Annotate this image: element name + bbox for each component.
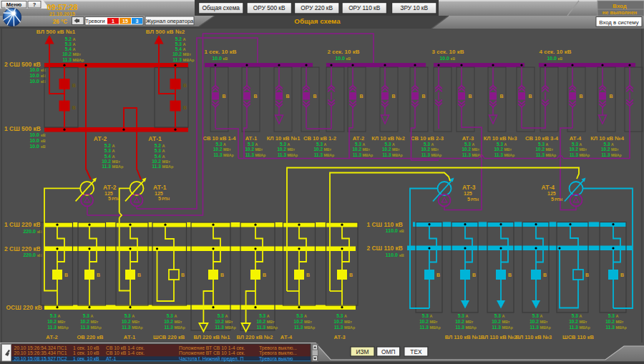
svg-text:11.3: 11.3 bbox=[152, 164, 162, 169]
svg-text:5.3: 5.3 bbox=[532, 313, 539, 318]
svg-text:ИЗМ: ИЗМ bbox=[356, 348, 369, 355]
svg-text:11.3: 11.3 bbox=[570, 325, 579, 330]
svg-text:ВЛ 500 кВ №2: ВЛ 500 кВ №2 bbox=[146, 29, 185, 35]
svg-text:А: А bbox=[175, 314, 177, 318]
svg-text:КЛ 10 кВ №4: КЛ 10 кВ №4 bbox=[590, 135, 624, 142]
svg-text:5.3: 5.3 bbox=[296, 313, 303, 318]
svg-text:10.2: 10.2 bbox=[601, 147, 610, 152]
svg-text:МВт: МВт bbox=[502, 320, 510, 324]
svg-text:10.0: 10.0 bbox=[212, 56, 222, 61]
svg-text:В: В bbox=[543, 272, 547, 277]
svg-text:5: 5 bbox=[551, 197, 554, 202]
svg-text:3 сек. 10 кВ: 3 сек. 10 кВ bbox=[432, 49, 464, 55]
svg-text:5.3: 5.3 bbox=[604, 142, 610, 147]
svg-text:2 сек. 10 кВ: 2 сек. 10 кВ bbox=[328, 49, 360, 55]
svg-text:В: В bbox=[422, 94, 426, 99]
svg-text:5.3: 5.3 bbox=[538, 142, 545, 147]
svg-text:МВт: МВт bbox=[580, 147, 587, 152]
svg-text:кВ: кВ bbox=[558, 56, 563, 61]
svg-text:5.3: 5.3 bbox=[104, 148, 111, 153]
svg-text:11.3: 11.3 bbox=[245, 152, 255, 157]
svg-text:10.2: 10.2 bbox=[122, 319, 131, 324]
svg-text:11.3: 11.3 bbox=[215, 325, 225, 330]
svg-text:В: В bbox=[313, 94, 317, 99]
svg-text:11.3: 11.3 bbox=[257, 325, 266, 330]
svg-text:МВАр: МВАр bbox=[225, 325, 237, 330]
svg-text:РПН: РПН bbox=[112, 197, 119, 201]
svg-text:ОРУ 220 кВ: ОРУ 220 кВ bbox=[301, 4, 333, 11]
svg-text:МВт: МВт bbox=[430, 320, 438, 324]
svg-text:ОМП: ОМП bbox=[381, 348, 395, 355]
svg-text:11.3: 11.3 bbox=[353, 152, 362, 157]
svg-text:СВ 10 кВ 1-4 сек.: СВ 10 кВ 1-4 сек. bbox=[106, 345, 145, 350]
svg-text:В: В bbox=[469, 94, 472, 99]
svg-text:20.10 15:08:15.927 ПС2: 20.10 15:08:15.927 ПС2 bbox=[14, 356, 67, 361]
svg-text:МВАр: МВАр bbox=[112, 164, 124, 169]
svg-text:МВАр: МВАр bbox=[392, 153, 403, 157]
svg-text:11.3: 11.3 bbox=[278, 152, 287, 157]
svg-text:МВт: МВт bbox=[344, 320, 352, 324]
svg-text:АТ-1: АТ-1 bbox=[106, 356, 116, 361]
svg-text:А: А bbox=[132, 314, 135, 318]
svg-text:РПН: РПН bbox=[162, 197, 170, 201]
svg-text:ОСШ 220 кВ: ОСШ 220 кВ bbox=[6, 304, 42, 311]
svg-text:МВАр: МВАр bbox=[132, 325, 143, 330]
svg-text:10.2: 10.2 bbox=[419, 319, 429, 324]
svg-text:МВт: МВт bbox=[304, 320, 312, 324]
svg-text:А: А bbox=[112, 149, 115, 153]
svg-text:кВ: кВ bbox=[41, 144, 46, 149]
svg-text:В: В bbox=[183, 105, 187, 110]
svg-text:АТ-1: АТ-1 bbox=[153, 184, 167, 191]
svg-text:11.3: 11.3 bbox=[102, 164, 112, 169]
svg-text:10.2: 10.2 bbox=[605, 319, 615, 324]
svg-text:10.2: 10.2 bbox=[530, 319, 539, 324]
svg-text:В: В bbox=[529, 94, 532, 99]
svg-text:10.0: 10.0 bbox=[29, 67, 39, 72]
svg-text:кВ: кВ bbox=[399, 253, 404, 257]
svg-text:10.2: 10.2 bbox=[455, 319, 464, 324]
svg-text:МВАр: МВАр bbox=[58, 325, 69, 330]
svg-text:МВт: МВт bbox=[363, 147, 371, 152]
svg-text:4 сек. 10 кВ: 4 сек. 10 кВ bbox=[540, 49, 572, 55]
svg-text:5.3: 5.3 bbox=[385, 142, 391, 147]
svg-text:МВАр: МВАр bbox=[430, 325, 441, 330]
svg-text:10.2: 10.2 bbox=[492, 319, 501, 324]
svg-text:МВАр: МВАр bbox=[431, 153, 442, 157]
svg-text:А: А bbox=[392, 142, 395, 147]
svg-text:26 °C: 26 °C bbox=[53, 19, 68, 25]
svg-text:11.3: 11.3 bbox=[334, 325, 343, 330]
svg-text:5.2: 5.2 bbox=[155, 143, 161, 148]
svg-text:КЛ 10 кВ №3: КЛ 10 кВ №3 bbox=[484, 135, 517, 142]
svg-text:5.3: 5.3 bbox=[280, 142, 286, 147]
svg-text:Вход в систему: Вход в систему bbox=[599, 19, 639, 26]
svg-text:МВт: МВт bbox=[504, 147, 512, 152]
svg-text:10.2: 10.2 bbox=[334, 319, 343, 324]
svg-text:В: В bbox=[585, 272, 589, 277]
svg-text:А: А bbox=[162, 144, 165, 148]
svg-text:МВАр: МВАр bbox=[324, 153, 335, 157]
svg-text:10.2: 10.2 bbox=[570, 147, 579, 152]
svg-text:10.2: 10.2 bbox=[536, 147, 545, 152]
svg-text:МВАр: МВАр bbox=[611, 153, 622, 157]
svg-text:5.3: 5.3 bbox=[175, 41, 182, 46]
svg-text:А: А bbox=[162, 154, 165, 159]
svg-text:МВт: МВт bbox=[546, 147, 554, 152]
svg-text:10.2: 10.2 bbox=[164, 319, 173, 324]
svg-text:5.3: 5.3 bbox=[497, 142, 503, 147]
svg-text:кВ: кВ bbox=[37, 253, 42, 257]
svg-text:СВ 10 кВ 1-4 сек.: СВ 10 кВ 1-4 сек. bbox=[106, 350, 145, 355]
svg-text:не выполнен: не выполнен bbox=[602, 9, 638, 16]
svg-text:220.0: 220.0 bbox=[23, 252, 36, 257]
svg-text:СВ 10 кВ 2-3: СВ 10 кВ 2-3 bbox=[411, 135, 444, 142]
svg-text:В: В bbox=[580, 94, 583, 99]
svg-text:МВАр: МВАр bbox=[162, 164, 174, 169]
svg-text:кВ: кВ bbox=[37, 230, 42, 234]
svg-text:В: В bbox=[508, 272, 512, 277]
svg-text:кВ: кВ bbox=[41, 133, 46, 137]
svg-text:5.3: 5.3 bbox=[248, 142, 254, 147]
svg-text:МВт: МВт bbox=[112, 159, 121, 164]
svg-text:МВт: МВт bbox=[288, 147, 296, 152]
svg-text:А: А bbox=[363, 142, 366, 147]
svg-text:А: А bbox=[466, 314, 469, 318]
svg-text:5.4: 5.4 bbox=[104, 154, 111, 159]
